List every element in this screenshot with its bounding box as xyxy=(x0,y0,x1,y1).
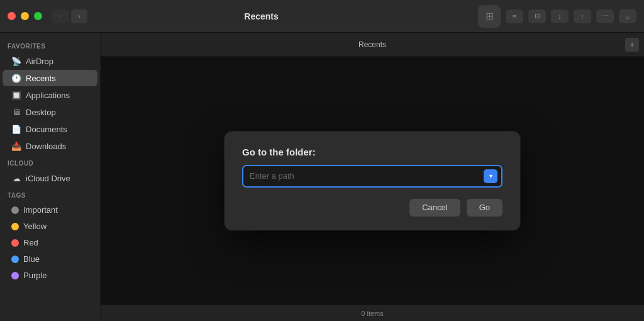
window-title: Recents xyxy=(45,11,478,21)
maximize-button[interactable] xyxy=(34,12,42,20)
sidebar-item-tag-yellow[interactable]: Yellow xyxy=(3,218,97,234)
recents-icon: 🕐 xyxy=(11,73,21,83)
tag-yellow-dot xyxy=(11,223,19,230)
sidebar-item-tag-purple[interactable]: Purple xyxy=(3,268,97,283)
dropdown-arrow-icon[interactable]: ▾ xyxy=(484,169,497,183)
sidebar-section-favorites: Favorites xyxy=(0,38,100,52)
content-body: Go to the folder: ▾ Cancel Go xyxy=(101,57,644,305)
toolbar-columns-icon[interactable]: ≡ xyxy=(506,9,523,23)
sidebar-item-documents[interactable]: 📄 Documents xyxy=(3,121,97,137)
sidebar-item-downloads[interactable]: 📥 Downloads xyxy=(3,138,97,154)
airdrop-icon: 📡 xyxy=(11,56,21,66)
sidebar-item-tag-important[interactable]: Important xyxy=(3,202,97,218)
cancel-button[interactable]: Cancel xyxy=(409,199,460,217)
sidebar-item-airdrop[interactable]: 📡 AirDrop xyxy=(3,53,97,69)
dialog-title: Go to the folder: xyxy=(242,147,502,157)
toolbar-gallery-icon[interactable]: ⊟ xyxy=(528,9,546,23)
sidebar-item-tag-blue-label: Blue xyxy=(23,254,40,264)
toolbar-view-icon[interactable]: ⊞ xyxy=(478,5,501,28)
dialog-buttons: Cancel Go xyxy=(242,199,502,217)
content-header: Recents + xyxy=(101,33,644,57)
sidebar-item-applications[interactable]: 🔲 Applications xyxy=(3,87,97,103)
toolbar-more-icon[interactable]: ⋯ xyxy=(596,9,614,23)
sidebar-item-recents[interactable]: 🕐 Recents xyxy=(3,70,97,86)
tag-blue-dot xyxy=(11,256,19,263)
goto-folder-dialog: Go to the folder: ▾ Cancel Go xyxy=(225,132,520,230)
sidebar-item-tag-yellow-label: Yellow xyxy=(23,222,47,231)
sidebar-section-tags: Tags xyxy=(0,187,100,201)
sidebar-item-airdrop-label: AirDrop xyxy=(26,57,53,66)
sidebar-item-recents-label: Recents xyxy=(26,74,56,83)
minimize-button[interactable] xyxy=(21,12,29,20)
sidebar-item-icloud-drive-label: iCloud Drive xyxy=(26,174,70,183)
desktop-icon: 🖥 xyxy=(11,107,21,117)
sidebar-item-documents-label: Documents xyxy=(26,125,67,134)
sidebar-item-tag-important-label: Important xyxy=(23,205,58,215)
sidebar-item-desktop-label: Desktop xyxy=(26,108,56,117)
downloads-icon: 📥 xyxy=(11,141,21,151)
content-area: Recents + Go to the folder: ▾ Cancel Go xyxy=(101,33,644,321)
path-input[interactable] xyxy=(242,165,502,188)
sidebar-item-desktop[interactable]: 🖥 Desktop xyxy=(3,104,97,120)
sidebar: Favorites 📡 AirDrop 🕐 Recents 🔲 Applicat… xyxy=(0,33,101,321)
items-count: 0 items xyxy=(361,310,383,317)
sidebar-item-tag-blue[interactable]: Blue xyxy=(3,251,97,267)
traffic-lights xyxy=(8,12,42,20)
content-header-title: Recents xyxy=(358,40,386,49)
sidebar-item-icloud-drive[interactable]: ☁ iCloud Drive xyxy=(3,170,97,186)
back-button[interactable]: ‹ xyxy=(52,9,69,23)
tag-red-dot xyxy=(11,239,19,247)
tag-important-dot xyxy=(11,206,19,214)
sidebar-item-tag-red-label: Red xyxy=(23,238,38,247)
toolbar-share-icon[interactable]: ↑ xyxy=(574,9,591,23)
sidebar-section-icloud: iCloud xyxy=(0,155,100,169)
tag-purple-dot xyxy=(11,272,19,279)
toolbar-right: ⊞ ≡ ⊟ ↕ ↑ ⋯ ⌕ xyxy=(478,5,636,28)
sidebar-item-tag-purple-label: Purple xyxy=(23,271,47,280)
applications-icon: 🔲 xyxy=(11,90,21,100)
sidebar-item-applications-label: Applications xyxy=(26,91,70,100)
statusbar: 0 items xyxy=(101,305,644,321)
main-container: Favorites 📡 AirDrop 🕐 Recents 🔲 Applicat… xyxy=(0,33,644,321)
close-button[interactable] xyxy=(8,12,16,20)
documents-icon: 📄 xyxy=(11,124,21,134)
icloud-drive-icon: ☁ xyxy=(11,173,21,183)
titlebar: ‹ › Recents ⊞ ≡ ⊟ ↕ ↑ ⋯ ⌕ xyxy=(0,0,644,33)
toolbar-sort-icon[interactable]: ↕ xyxy=(551,9,569,23)
toolbar-search-icon[interactable]: ⌕ xyxy=(619,9,636,23)
add-tab-button[interactable]: + xyxy=(625,38,639,52)
sidebar-item-downloads-label: Downloads xyxy=(26,142,66,151)
dialog-input-wrapper: ▾ xyxy=(242,165,502,188)
go-button[interactable]: Go xyxy=(467,199,502,217)
modal-backdrop[interactable]: Go to the folder: ▾ Cancel Go xyxy=(101,57,644,305)
sidebar-item-tag-red[interactable]: Red xyxy=(3,235,97,251)
